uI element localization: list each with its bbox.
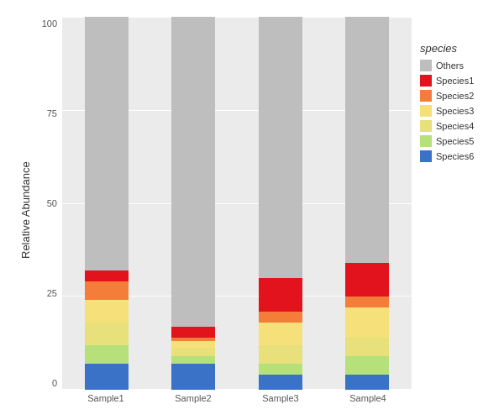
y-tick-75: 75 [47,108,57,118]
segment-sample3-species5 [259,364,302,375]
legend-color-species1 [420,75,432,87]
plot-with-xaxis: 100 75 50 25 0 [37,17,412,403]
bars-and-yaxis: 100 75 50 25 0 [37,17,412,390]
y-tick-100: 100 [42,18,57,29]
segment-sample4-species3 [345,307,389,338]
segment-sample2-others [171,17,215,327]
x-tick-sample1: Sample1 [62,393,150,403]
segment-sample3-species4 [259,345,302,364]
y-tick-50: 50 [47,198,57,208]
y-tick-0: 0 [52,378,57,388]
legend-item-others: Others [420,60,487,71]
legend-label-species6: Species6 [436,151,474,161]
legend-color-species2 [420,90,432,102]
segment-sample3-species2 [259,312,302,323]
segment-sample1-species4 [85,323,129,345]
bars-grid [62,17,412,390]
bar-group-sample2 [158,17,230,390]
legend-label-species4: Species4 [436,121,474,131]
segment-sample1-species6 [85,364,129,390]
segment-sample2-species1 [171,327,215,338]
bars-row [62,17,412,390]
segment-sample2-species3 [171,341,215,349]
y-tick-25: 25 [47,288,57,298]
segment-sample4-species2 [345,297,389,307]
segment-sample4-species1 [345,263,389,297]
segment-sample3-species3 [259,323,302,345]
legend-color-species5 [420,135,432,147]
plot-area: 100 75 50 25 0 [37,17,412,403]
chart-inner: Relative Abundance 100 75 50 25 0 [17,17,487,403]
bar-stack-sample2 [171,17,215,390]
segment-sample1-species1 [85,270,129,281]
legend-label-species2: Species2 [436,91,474,101]
y-axis-label: Relative Abundance [17,17,34,403]
segment-sample4-species4 [345,338,389,356]
legend-label-species3: Species3 [436,106,474,116]
x-tick-sample2: Sample2 [150,393,237,403]
bar-stack-sample1 [85,17,129,390]
y-axis: 100 75 50 25 0 [37,17,62,390]
segment-sample1-species2 [85,281,129,300]
legend-item-species4: Species4 [420,120,487,132]
segment-sample3-species1 [259,278,302,312]
bar-group-sample1 [71,17,143,390]
legend-color-species4 [420,120,432,132]
bar-group-sample4 [332,17,404,390]
legend-label-species1: Species1 [436,76,474,86]
legend-color-species3 [420,105,432,117]
legend-item-species2: Species2 [420,90,487,102]
legend-item-species3: Species3 [420,105,487,117]
legend: species OthersSpecies1Species2Species3Sp… [412,17,487,403]
segment-sample2-species6 [171,364,215,390]
segment-sample3-others [259,17,302,278]
legend-color-others [420,60,432,71]
legend-item-species6: Species6 [420,150,487,162]
segment-sample4-others [345,17,389,263]
segment-sample1-others [85,17,129,270]
legend-label-others: Others [436,60,464,71]
segment-sample1-species3 [85,300,129,323]
legend-item-species5: Species5 [420,135,487,147]
segment-sample4-species6 [345,375,389,390]
segment-sample3-species6 [259,375,302,390]
x-tick-sample4: Sample4 [324,393,412,403]
legend-label-species5: Species5 [436,136,474,146]
bar-stack-sample4 [345,17,389,390]
legend-item-species1: Species1 [420,75,487,87]
bar-stack-sample3 [259,17,302,390]
x-axis: Sample1Sample2Sample3Sample4 [37,390,412,403]
segment-sample1-species5 [85,345,129,364]
segment-sample2-species5 [171,356,215,364]
segment-sample4-species5 [345,356,389,375]
bar-group-sample3 [244,17,317,390]
legend-color-species6 [420,150,432,162]
segment-sample2-species4 [171,349,215,356]
chart-container: Relative Abundance 100 75 50 25 0 [0,0,504,420]
legend-title: species [420,42,487,55]
x-tick-sample3: Sample3 [237,393,324,403]
